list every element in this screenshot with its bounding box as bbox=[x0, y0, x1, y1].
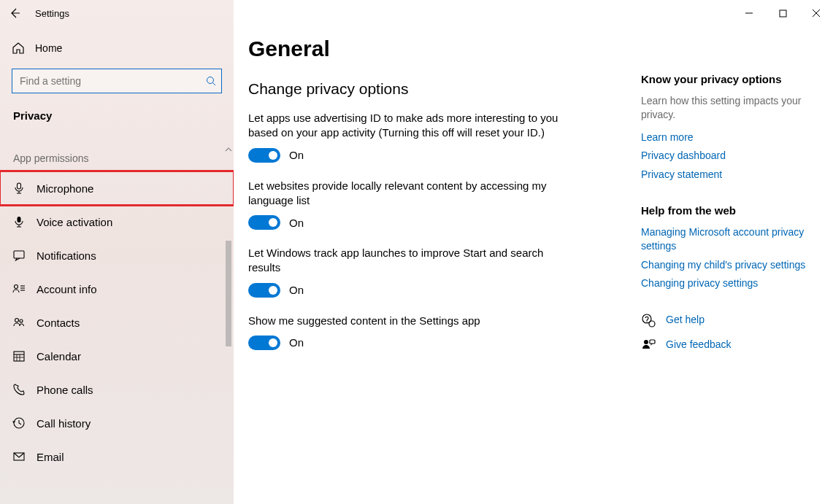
main-content: General Change privacy options Let apps … bbox=[248, 36, 613, 366]
sidebar-item-label: Calendar bbox=[37, 350, 81, 363]
page-heading: General bbox=[248, 36, 613, 61]
minimize-button[interactable] bbox=[732, 0, 766, 26]
account-info-icon bbox=[12, 282, 26, 296]
toggle-state: On bbox=[289, 336, 304, 349]
app-title: Settings bbox=[29, 8, 69, 19]
minimize-icon bbox=[745, 9, 753, 18]
sidebar-item-calendar[interactable]: Calendar bbox=[0, 339, 234, 373]
sidebar-item-voice-activation[interactable]: Voice activation bbox=[0, 205, 234, 239]
sidebar-group-label: App permissions bbox=[0, 135, 234, 171]
contacts-icon bbox=[12, 315, 26, 330]
svg-point-14 bbox=[20, 319, 23, 322]
setting-advertising-id: Let apps use advertising ID to make ads … bbox=[248, 111, 613, 163]
sidebar-item-label: Notifications bbox=[37, 249, 96, 262]
help-web-block: Help from the web Managing Microsoft acc… bbox=[641, 204, 816, 291]
microphone-icon bbox=[12, 181, 26, 195]
toggle-suggested-content[interactable] bbox=[248, 336, 280, 350]
sidebar-item-label: Voice activation bbox=[37, 216, 112, 228]
calendar-icon bbox=[12, 349, 26, 363]
give-feedback-row[interactable]: Give feedback bbox=[641, 338, 816, 352]
setting-suggested-content: Show me suggested content in the Setting… bbox=[248, 314, 613, 350]
link-changing-privacy[interactable]: Changing privacy settings bbox=[641, 276, 816, 291]
block-heading: Help from the web bbox=[641, 204, 816, 217]
toggle-state: On bbox=[289, 217, 304, 229]
page-subheading: Change privacy options bbox=[248, 80, 613, 98]
title-bar: Settings bbox=[0, 0, 833, 26]
call-history-icon bbox=[12, 416, 26, 430]
setting-language-list: Let websites provide locally relevant co… bbox=[248, 179, 613, 230]
back-button[interactable] bbox=[0, 0, 29, 26]
email-icon bbox=[12, 449, 26, 464]
feedback-icon bbox=[641, 338, 656, 352]
sidebar-item-label: Account info bbox=[37, 283, 97, 295]
sidebar-item-contacts[interactable]: Contacts bbox=[0, 306, 234, 339]
setting-description: Let websites provide locally relevant co… bbox=[248, 179, 569, 209]
get-help-icon bbox=[641, 313, 656, 327]
svg-point-24 bbox=[649, 321, 655, 327]
block-text: Learn how this setting impacts your priv… bbox=[641, 94, 816, 122]
setting-description: Let Windows track app launches to improv… bbox=[248, 246, 569, 276]
sidebar-item-phone-calls[interactable]: Phone calls bbox=[0, 373, 234, 406]
sidebar-item-label: Email bbox=[37, 451, 64, 463]
svg-rect-15 bbox=[14, 352, 24, 361]
phone-icon bbox=[12, 382, 26, 397]
link-privacy-dashboard[interactable]: Privacy dashboard bbox=[641, 149, 816, 163]
home-icon bbox=[12, 42, 25, 55]
privacy-options-block: Know your privacy options Learn how this… bbox=[641, 73, 816, 182]
sidebar-section-title: Privacy bbox=[0, 102, 234, 135]
sidebar-item-account-info[interactable]: Account info bbox=[0, 272, 234, 306]
back-arrow-icon bbox=[9, 7, 20, 19]
scrollbar-thumb[interactable] bbox=[226, 241, 231, 346]
toggle-state: On bbox=[289, 284, 304, 296]
svg-point-23 bbox=[646, 322, 647, 322]
sidebar-item-label: Call history bbox=[37, 417, 91, 430]
svg-rect-1 bbox=[780, 10, 786, 17]
search-input[interactable] bbox=[12, 69, 222, 93]
svg-rect-26 bbox=[650, 340, 655, 344]
maximize-button[interactable] bbox=[766, 0, 799, 26]
sidebar-item-label: Phone calls bbox=[37, 384, 93, 396]
maximize-icon bbox=[779, 9, 787, 18]
right-column: Know your privacy options Learn how this… bbox=[641, 73, 816, 363]
link-learn-more[interactable]: Learn more bbox=[641, 131, 816, 145]
sidebar-item-call-history[interactable]: Call history bbox=[0, 406, 234, 440]
svg-rect-8 bbox=[14, 251, 24, 258]
svg-point-25 bbox=[644, 340, 648, 344]
sidebar-item-email[interactable]: Email bbox=[0, 440, 234, 473]
sidebar-item-microphone[interactable]: Microphone bbox=[0, 171, 234, 205]
setting-track-launches: Let Windows track app launches to improv… bbox=[248, 246, 613, 298]
link-privacy-statement[interactable]: Privacy statement bbox=[641, 168, 816, 182]
sidebar-item-notifications[interactable]: Notifications bbox=[0, 239, 234, 272]
sidebar-item-label: Microphone bbox=[37, 182, 93, 195]
toggle-advertising-id[interactable] bbox=[248, 148, 280, 163]
voice-icon bbox=[12, 214, 26, 229]
give-feedback-link[interactable]: Give feedback bbox=[666, 338, 732, 352]
link-managing-account-privacy[interactable]: Managing Microsoft account privacy setti… bbox=[641, 225, 816, 254]
notifications-icon bbox=[12, 248, 26, 263]
get-help-row[interactable]: Get help bbox=[641, 313, 816, 327]
svg-point-13 bbox=[15, 319, 19, 322]
block-heading: Know your privacy options bbox=[641, 73, 816, 85]
scroll-up-icon bbox=[225, 146, 232, 153]
toggle-state: On bbox=[289, 149, 304, 161]
close-button[interactable] bbox=[799, 0, 833, 26]
setting-description: Show me suggested content in the Setting… bbox=[248, 314, 569, 328]
window-controls bbox=[732, 0, 833, 26]
setting-description: Let apps use advertising ID to make ads … bbox=[248, 111, 569, 141]
svg-rect-7 bbox=[18, 217, 21, 222]
home-label: Home bbox=[35, 42, 62, 54]
sidebar: Home Privacy App permissions Microphone … bbox=[0, 0, 234, 504]
link-child-privacy[interactable]: Changing my child's privacy settings bbox=[641, 258, 816, 273]
toggle-track-launches[interactable] bbox=[248, 283, 280, 298]
toggle-language-list[interactable] bbox=[248, 215, 280, 230]
sidebar-item-label: Contacts bbox=[37, 317, 80, 329]
get-help-link[interactable]: Get help bbox=[666, 313, 705, 327]
sidebar-home[interactable]: Home bbox=[0, 32, 234, 64]
svg-point-9 bbox=[15, 285, 18, 289]
close-icon bbox=[812, 9, 821, 18]
svg-rect-6 bbox=[18, 183, 21, 189]
